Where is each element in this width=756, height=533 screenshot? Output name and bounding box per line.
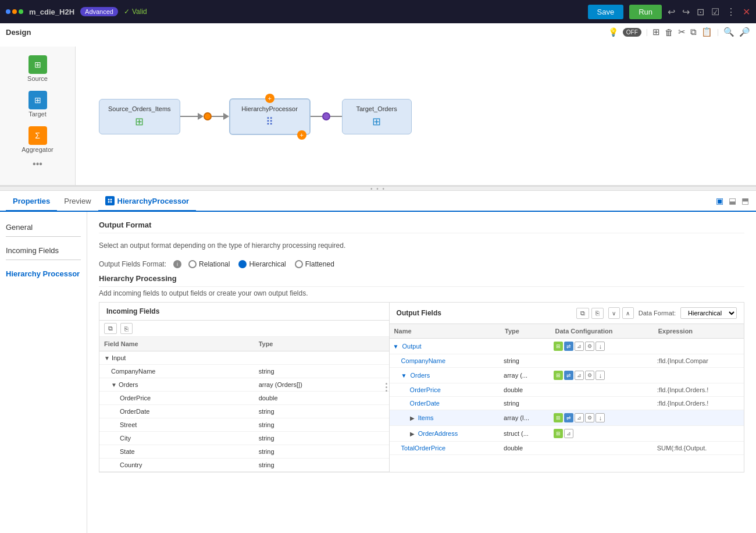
validate-icon[interactable]: ☑ [711,6,719,17]
data-format-select[interactable]: Hierarchical Relational Flattened [680,307,737,319]
out-config-orders: ⊞ ⇌ ⊿ ⚙ ↓ [550,368,653,383]
canvas-toolbar: 💡 OFF | ⊞ 🗑 ✂ ⧉ 📋 | 🔍 🔎 [608,27,750,37]
nav-item-hierarchy[interactable]: Hierarchy Processor [6,267,81,280]
output-toolbar-btns: ⧉ ⎘ [576,308,604,319]
addr-config-icon-2[interactable]: ⊿ [564,429,573,438]
zoom-out-icon[interactable]: 🔎 [739,27,750,37]
items-config-icon-5[interactable]: ↓ [595,413,605,422]
out-type-items: array (I... [500,410,550,426]
radio-flattened[interactable]: Flattened [295,260,334,268]
data-format-label: Data Format: [639,310,676,317]
out-config-orderdate [550,397,653,410]
radio-relational-circle [188,260,197,268]
sidebar-item-target[interactable]: ⊞ Target [3,88,72,120]
source-label: Source [27,75,48,82]
lightbulb-icon[interactable]: 💡 [608,27,618,37]
config-icon-5[interactable]: ↓ [595,342,605,351]
processor-node-title: HierarchyProcessor [239,105,301,112]
view-split-icon[interactable]: ▣ [715,195,725,207]
paste-icon[interactable]: 📋 [701,27,712,37]
source-node[interactable]: Source_Orders_Items ⊞ [99,99,180,134]
status-text: Valid [132,8,147,16]
save-button[interactable]: Save [588,5,624,19]
sidebar-more-button[interactable]: ••• [33,159,42,169]
view-bottom-icon[interactable]: ⬓ [728,195,737,207]
output-copy-button[interactable]: ⧉ [576,308,589,319]
hierarchy-processing-section: Hierarchy Processing Add incoming fields… [99,274,744,472]
plus-badge-top[interactable]: + [265,94,274,103]
view-right-icon[interactable]: ⬒ [740,195,750,207]
plus-badge-bottom[interactable]: + [297,130,306,140]
hierarchy-processing-title: Hierarchy Processing [99,274,744,287]
processor-node[interactable]: + HierarchyProcessor ⠿ + [229,98,311,135]
tab-processor[interactable]: HierarchyProcessor [98,191,197,211]
radio-relational-label: Relational [199,260,230,268]
radio-relational[interactable]: Relational [188,260,230,268]
app-title: m_cdie_H2H [29,8,74,16]
field-name-country: Country [99,459,254,472]
out-type-companyname: string [500,354,550,368]
config-icon-1[interactable]: ⊞ [554,342,563,351]
items-config-icon-1[interactable]: ⊞ [554,413,563,422]
out-config-items: ⊞ ⇌ ⊿ ⚙ ↓ [550,410,653,426]
proc-tab-label: HierarchyProcessor [117,197,190,205]
info-icon: i [173,260,181,268]
more-icon[interactable]: ⋮ [726,6,736,17]
items-config-icon-4[interactable]: ⚙ [585,413,594,422]
orders-config-icon-3[interactable]: ⊿ [575,371,584,380]
items-config-icon-3[interactable]: ⊿ [575,413,584,422]
scroll-up-button[interactable]: ∧ [622,307,634,319]
scroll-down-button[interactable]: ∨ [608,307,620,319]
delete-icon[interactable]: 🗑 [665,27,673,37]
config-icon-2[interactable]: ⇌ [564,342,573,351]
table-row: OrderDate string :fld.{Input.Orders.! [390,397,744,410]
cut-icon[interactable]: ✂ [678,27,686,37]
table-row: ▼Input [99,351,389,365]
table-row: ▼Orders array (Orders[]) [99,378,389,392]
orders-config-icon-2[interactable]: ⇌ [564,371,573,380]
zoom-in-icon[interactable]: 🔍 [723,27,734,37]
nav-item-incoming[interactable]: Incoming Fields [6,244,81,260]
export-icon[interactable]: ⊡ [697,6,704,17]
orders-config-icon-5[interactable]: ↓ [595,371,605,380]
left-nav: General Incoming Fields Hierarchy Proces… [0,212,87,533]
target-node-icon: ⊞ [351,115,402,128]
redo-icon[interactable]: ↪ [682,6,690,17]
close-icon[interactable]: ✕ [743,6,750,17]
copy-field-button[interactable]: ⧉ [104,323,117,334]
arrow-head2 [223,113,229,120]
field-name-companyname: CompanyName [99,365,254,378]
sidebar-item-aggregator[interactable]: Σ Aggregator [3,123,72,156]
window-dots [6,9,23,14]
run-button[interactable]: Run [629,5,662,19]
line-seg2 [311,116,322,117]
target-node[interactable]: Target_Orders ⊞ [342,99,412,134]
pane-drag-handle[interactable] [384,376,389,399]
grid-icon[interactable]: ⊞ [652,27,660,37]
panel-divider[interactable]: • • • [0,186,756,191]
nav-item-general[interactable]: General [6,221,81,237]
config-icon-3[interactable]: ⊿ [575,342,584,351]
paste-field-button[interactable]: ⎘ [120,323,133,334]
items-config-icon-2[interactable]: ⇌ [564,413,573,422]
field-type-string: string [254,365,389,378]
orders-config-icon-1[interactable]: ⊞ [554,371,563,380]
radio-hierarchical-label: Hierarchical [249,260,286,268]
radio-hierarchical[interactable]: Hierarchical [238,260,286,268]
output-format-title: Output Format [99,221,744,233]
undo-icon[interactable]: ↩ [668,6,675,17]
orders-config-icon-4[interactable]: ⚙ [585,371,594,380]
toggle-off-button[interactable]: OFF [623,28,641,37]
addr-config-icon-1[interactable]: ⊞ [554,429,563,438]
tab-preview[interactable]: Preview [57,192,98,211]
output-paste-button[interactable]: ⎘ [591,308,604,319]
out-type-output [500,339,550,354]
sidebar-item-source[interactable]: ⊞ Source [3,52,72,85]
out-expr-items [654,410,744,426]
processor-node-icon: ⠿ [239,115,301,128]
out-name-items: ▶ Items [390,410,501,426]
config-icon-4[interactable]: ⚙ [585,342,594,351]
drag-dot [386,390,387,392]
copy-icon[interactable]: ⧉ [690,27,697,37]
tab-properties[interactable]: Properties [6,192,57,211]
